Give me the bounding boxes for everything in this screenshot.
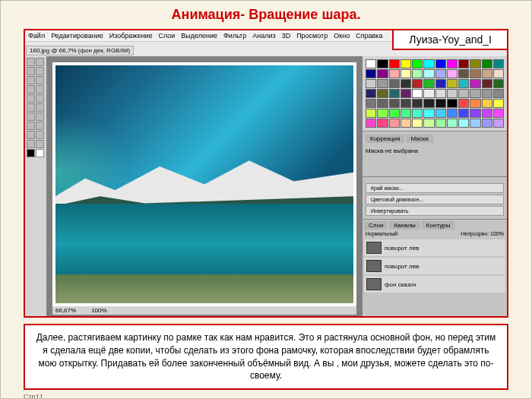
swatch[interactable] bbox=[389, 69, 400, 78]
swatch[interactable] bbox=[482, 109, 492, 118]
swatch[interactable] bbox=[423, 79, 434, 88]
swatch[interactable] bbox=[447, 69, 458, 78]
lasso-tool[interactable] bbox=[27, 67, 35, 75]
blend-mode[interactable]: Нормальный bbox=[366, 231, 397, 236]
swatch[interactable] bbox=[423, 89, 434, 98]
swatch[interactable] bbox=[423, 109, 434, 118]
swatch[interactable] bbox=[447, 59, 458, 68]
marquee-tool[interactable] bbox=[36, 58, 44, 66]
swatch[interactable] bbox=[377, 69, 388, 78]
masks-tab[interactable]: Маски bbox=[407, 135, 433, 143]
background-color[interactable] bbox=[36, 149, 44, 157]
dodge-tool[interactable] bbox=[36, 112, 44, 121]
layers-tab[interactable]: Слои bbox=[364, 221, 388, 230]
swatch[interactable] bbox=[458, 89, 469, 98]
canvas[interactable] bbox=[52, 62, 356, 306]
swatch[interactable] bbox=[470, 99, 480, 108]
hand-tool[interactable] bbox=[27, 140, 35, 148]
menu-analysis[interactable]: Анализ bbox=[252, 32, 275, 40]
eyedropper-tool[interactable] bbox=[36, 76, 44, 84]
swatch[interactable] bbox=[389, 109, 400, 118]
swatch[interactable] bbox=[482, 59, 492, 68]
stamp-tool[interactable] bbox=[27, 94, 35, 103]
document-tab[interactable]: 160.jpg @ 66,7% (фон дек, RGB/8#) bbox=[26, 46, 134, 55]
eraser-tool[interactable] bbox=[27, 103, 35, 112]
swatch[interactable] bbox=[482, 99, 492, 108]
gradient-tool[interactable] bbox=[36, 103, 44, 112]
corrections-tab[interactable]: Коррекция bbox=[366, 135, 404, 143]
menu-edit[interactable]: Редактирование bbox=[51, 32, 103, 40]
wand-tool[interactable] bbox=[36, 67, 44, 75]
swatch[interactable] bbox=[423, 59, 434, 68]
history-brush-tool[interactable] bbox=[36, 94, 44, 103]
invert-button[interactable]: Инвертировать bbox=[366, 206, 504, 216]
layer-row[interactable]: поворот лев bbox=[364, 239, 505, 256]
swatch[interactable] bbox=[366, 99, 376, 108]
swatch[interactable] bbox=[458, 69, 469, 78]
opacity-value[interactable]: 100% bbox=[490, 231, 504, 236]
swatch[interactable] bbox=[493, 99, 504, 108]
heal-tool[interactable] bbox=[27, 85, 35, 93]
swatch[interactable] bbox=[470, 89, 480, 98]
swatch[interactable] bbox=[458, 79, 469, 88]
swatch[interactable] bbox=[493, 69, 504, 78]
paths-tab[interactable]: Контуры bbox=[422, 221, 454, 230]
zoom-tool[interactable] bbox=[36, 140, 44, 148]
swatch[interactable] bbox=[482, 79, 492, 88]
swatch[interactable] bbox=[401, 119, 411, 128]
swatch[interactable] bbox=[435, 109, 446, 118]
swatch[interactable] bbox=[447, 79, 458, 88]
swatch[interactable] bbox=[412, 69, 423, 78]
menu-view[interactable]: Просмотр bbox=[296, 32, 328, 40]
swatch[interactable] bbox=[482, 89, 492, 98]
swatch[interactable] bbox=[435, 59, 446, 68]
swatch[interactable] bbox=[401, 69, 411, 78]
swatch[interactable] bbox=[401, 59, 411, 68]
swatch[interactable] bbox=[366, 89, 376, 98]
swatch[interactable] bbox=[493, 59, 504, 68]
swatch[interactable] bbox=[482, 119, 492, 128]
swatch[interactable] bbox=[447, 99, 458, 108]
crop-tool[interactable] bbox=[27, 76, 35, 84]
swatch[interactable] bbox=[458, 59, 469, 68]
swatch[interactable] bbox=[377, 99, 388, 108]
swatch[interactable] bbox=[493, 89, 504, 98]
menu-image[interactable]: Изображение bbox=[109, 32, 153, 40]
swatch[interactable] bbox=[470, 119, 480, 128]
brush-tool[interactable] bbox=[36, 85, 44, 93]
swatch[interactable] bbox=[482, 69, 492, 78]
swatch[interactable] bbox=[366, 79, 376, 88]
swatch[interactable] bbox=[366, 69, 376, 78]
swatch[interactable] bbox=[493, 79, 504, 88]
swatch[interactable] bbox=[389, 119, 400, 128]
move-tool[interactable] bbox=[27, 58, 35, 66]
swatch[interactable] bbox=[435, 79, 446, 88]
channels-tab[interactable]: Каналы bbox=[389, 221, 420, 230]
menu-file[interactable]: Файл bbox=[28, 32, 45, 40]
swatch[interactable] bbox=[389, 89, 400, 98]
swatch[interactable] bbox=[389, 99, 400, 108]
swatch[interactable] bbox=[366, 119, 376, 128]
menu-help[interactable]: Справка bbox=[356, 32, 382, 40]
swatch[interactable] bbox=[470, 59, 480, 68]
swatch[interactable] bbox=[412, 109, 423, 118]
swatch[interactable] bbox=[366, 109, 376, 118]
swatch[interactable] bbox=[412, 99, 423, 108]
path-tool[interactable] bbox=[27, 131, 35, 139]
menu-layers[interactable]: Слои bbox=[158, 32, 175, 40]
swatch[interactable] bbox=[447, 119, 458, 128]
layer-row[interactable]: поворот лев bbox=[364, 258, 505, 274]
swatch[interactable] bbox=[412, 119, 423, 128]
swatch[interactable] bbox=[377, 59, 388, 68]
swatch[interactable] bbox=[412, 79, 423, 88]
swatch[interactable] bbox=[470, 79, 480, 88]
foreground-color[interactable] bbox=[27, 149, 35, 157]
layer-row[interactable]: фон сказоч bbox=[364, 276, 505, 293]
color-range-button[interactable]: Цветовой диапазон... bbox=[366, 195, 504, 204]
swatch[interactable] bbox=[458, 99, 469, 108]
swatch[interactable] bbox=[458, 119, 469, 128]
swatch[interactable] bbox=[412, 89, 423, 98]
swatch[interactable] bbox=[423, 69, 434, 78]
swatch[interactable] bbox=[447, 109, 458, 118]
swatch[interactable] bbox=[412, 59, 423, 68]
